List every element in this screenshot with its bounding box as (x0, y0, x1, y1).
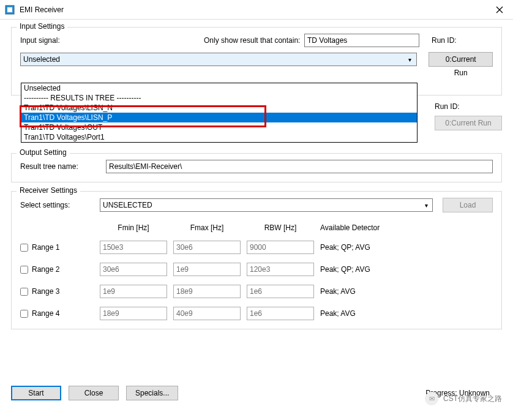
receiver-settings-group: Receiver Settings Select settings: UNSEL… (11, 191, 502, 329)
input-signal-combo[interactable]: Unselected ▾ (20, 53, 417, 66)
output-setting-group: Output Setting Result tree name: (11, 153, 502, 182)
input-signal-combo-text: Unselected (23, 55, 405, 64)
input-signal-dropdown[interactable]: Unselected---------- RESULTS IN TREE ---… (21, 83, 418, 143)
range-fmin-input (100, 285, 167, 298)
filter-input[interactable] (304, 34, 419, 47)
col-fmax: Fmax [Hz] (173, 223, 241, 232)
load-button: Load (443, 198, 493, 212)
range-check[interactable] (20, 310, 28, 318)
range-label: Range 4 (32, 309, 59, 318)
dropdown-item[interactable]: Tran1\TD Voltages\LISN_N (21, 103, 417, 113)
select-settings-combo[interactable]: UNSELECTED ▾ (100, 198, 433, 212)
range-rbw-input (247, 307, 314, 320)
col-fmin: Fmin [Hz] (100, 223, 167, 232)
range-check[interactable] (20, 244, 28, 252)
dropdown-item[interactable]: Tran1\TD Voltages\LISN_P (21, 113, 417, 122)
close-icon[interactable] (491, 1, 508, 18)
range-detector-text: Peak; QP; AVG (320, 265, 493, 274)
range-fmax-input (173, 307, 241, 320)
range-check[interactable] (20, 288, 28, 296)
select-settings-label: Select settings: (20, 201, 100, 209)
run-id-button-1[interactable]: 0:Current Run (429, 52, 493, 67)
svg-rect-1 (7, 7, 12, 12)
dropdown-item[interactable]: Unselected (21, 83, 417, 93)
range-fmax-input (173, 263, 241, 276)
chevron-down-icon: ▾ (405, 56, 415, 63)
chevron-down-icon: ▾ (421, 202, 431, 209)
run-id-label-1: Run ID: (432, 36, 468, 45)
dropdown-item[interactable]: ---------- RESULTS IN TREE ---------- (21, 93, 417, 103)
specials-button[interactable]: Specials... (126, 386, 178, 400)
range-rbw-input (247, 285, 314, 298)
run-id-button-2: 0:Current Run (435, 116, 502, 130)
start-button[interactable]: Start (11, 386, 61, 400)
watermark-text: CST仿真专家之路 (443, 394, 502, 404)
close-button[interactable]: Close (69, 386, 119, 400)
input-signal-label: Input signal: (20, 36, 204, 45)
result-tree-label: Result tree name: (20, 162, 106, 171)
range-detector-text: Peak; AVG (320, 287, 493, 296)
range-fmin-input (100, 263, 167, 276)
title-bar: EMI Receiver (0, 0, 513, 20)
range-fmin-input (100, 307, 167, 320)
range-fmin-input (100, 241, 167, 254)
range-detector-text: Peak; AVG (320, 309, 493, 318)
range-rbw-input (247, 263, 314, 276)
run-id-label-2: Run ID: (435, 102, 502, 111)
range-checkbox[interactable]: Range 1 (20, 243, 94, 252)
dropdown-item[interactable]: Tran1\TD Voltages\OUT (21, 122, 417, 132)
range-label: Range 3 (32, 287, 59, 296)
range-fmax-input (173, 285, 241, 298)
range-checkbox[interactable]: Range 2 (20, 265, 94, 274)
wechat-icon: ✉ (425, 392, 438, 405)
select-settings-text: UNSELECTED (103, 201, 421, 209)
range-checkbox[interactable]: Range 3 (20, 287, 94, 296)
range-label: Range 2 (32, 265, 59, 274)
col-rbw: RBW [Hz] (247, 223, 314, 232)
window-title: EMI Receiver (20, 6, 491, 14)
ranges-grid: Fmin [Hz] Fmax [Hz] RBW [Hz] Available D… (20, 223, 493, 320)
range-label: Range 1 (32, 243, 59, 252)
watermark: ✉ CST仿真专家之路 (425, 392, 502, 405)
range-check[interactable] (20, 266, 28, 274)
app-icon (5, 5, 15, 15)
input-settings-legend: Input Settings (17, 22, 67, 31)
range-checkbox[interactable]: Range 4 (20, 309, 94, 318)
dropdown-item[interactable]: Tran1\TD Voltages\Port1 (21, 132, 417, 142)
receiver-settings-legend: Receiver Settings (17, 186, 80, 195)
result-tree-input[interactable] (106, 160, 493, 173)
filter-label: Only show result that contain: (204, 36, 304, 45)
range-fmax-input (173, 241, 241, 254)
range-detector-text: Peak; QP; AVG (320, 243, 493, 252)
output-setting-legend: Output Setting (17, 148, 70, 157)
range-rbw-input (247, 241, 314, 254)
col-det: Available Detector (320, 223, 493, 232)
